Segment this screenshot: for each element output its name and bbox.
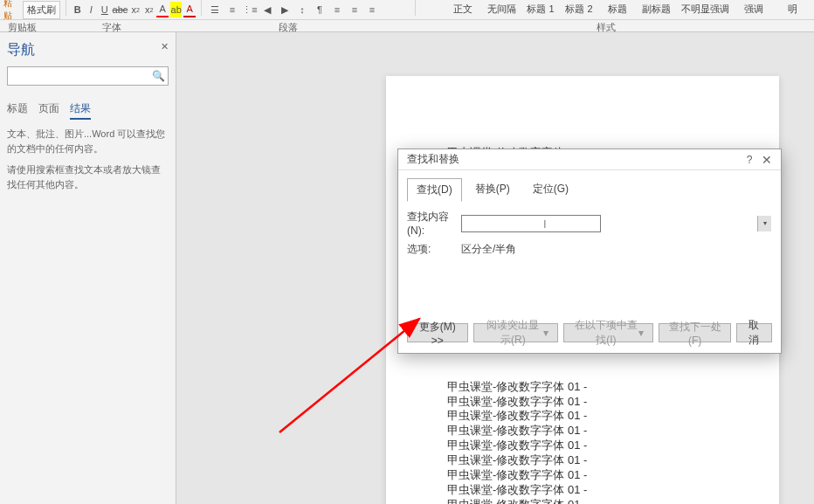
font-label: 字体: [44, 20, 179, 31]
navigation-pane: 导航 ✕ 🔍 标题 页面 结果 文本、批注、图片...Word 可以查找您的文档…: [0, 32, 176, 504]
number-list-icon[interactable]: ≡: [224, 2, 240, 17]
increase-indent-icon[interactable]: ▶: [277, 2, 293, 17]
style-more[interactable]: 明: [774, 0, 811, 17]
style-heading1[interactable]: 标题 1: [522, 0, 559, 17]
search-icon[interactable]: 🔍: [152, 70, 165, 82]
doc-line: 甲虫课堂-修改数字字体 01 -: [447, 438, 718, 453]
style-nospacing[interactable]: 无间隔: [483, 0, 521, 17]
nav-title: 导航: [7, 41, 169, 59]
ribbon-toolbar: 粘贴 格式刷 B I U abc x2 x2 A ab A ☰ ≡ ⋮≡ ◀ ▶…: [0, 0, 814, 20]
style-subtitle[interactable]: 副标题: [638, 0, 675, 17]
reading-highlight-button[interactable]: 阅读突出显示(R) ▾: [473, 323, 559, 342]
styles-gallery: 正文 无间隔 标题 1 标题 2 标题 副标题 不明显强调 强调 明: [445, 0, 814, 19]
doc-line: 甲虫课堂-修改数字字体 01 -: [447, 498, 718, 504]
dialog-help-icon[interactable]: ?: [741, 154, 758, 166]
multilevel-list-icon[interactable]: ⋮≡: [242, 2, 258, 17]
more-button[interactable]: 更多(M) >>: [407, 323, 468, 342]
align-center-icon[interactable]: ≡: [347, 2, 362, 17]
options-label: 选项:: [407, 242, 461, 257]
find-content-label: 查找内容(N):: [407, 210, 461, 237]
style-heading2[interactable]: 标题 2: [561, 0, 597, 17]
doc-line: 甲虫课堂-修改数字字体 01 -: [447, 380, 718, 395]
doc-line: 甲虫课堂-修改数字字体 01 -: [447, 468, 718, 483]
doc-line: 甲虫课堂-修改数字字体 01 -: [447, 453, 718, 468]
font-section: B I U abc x2 x2 A ab A: [68, 0, 199, 19]
align-left-icon[interactable]: ≡: [329, 2, 345, 17]
dialog-tab-replace[interactable]: 替换(P): [466, 177, 520, 201]
dialog-tab-goto[interactable]: 定位(G): [523, 177, 578, 201]
bold-icon[interactable]: B: [72, 2, 84, 17]
doc-line: 甲虫课堂-修改数字字体 01 -: [447, 395, 718, 410]
clipboard-section: 粘贴 格式刷: [0, 0, 64, 19]
doc-line: 甲虫课堂-修改数字字体 01 -: [447, 409, 718, 424]
find-content-input[interactable]: [461, 215, 601, 232]
styles-label: 样式: [397, 20, 814, 31]
paragraph-section: ☰ ≡ ⋮≡ ◀ ▶ ↕ ¶ ≡ ≡ ≡: [204, 0, 413, 19]
dialog-title: 查找和替换: [407, 152, 741, 167]
underline-icon[interactable]: U: [99, 2, 111, 17]
subscript-icon[interactable]: x2: [129, 2, 141, 17]
doc-line: 甲虫课堂-修改数字字体 01 -: [447, 424, 718, 438]
decrease-indent-icon[interactable]: ◀: [259, 2, 275, 17]
dialog-tabs: 查找(D) 替换(P) 定位(G): [407, 177, 772, 201]
italic-icon[interactable]: I: [86, 2, 98, 17]
find-next-button[interactable]: 查找下一处(F): [659, 323, 730, 342]
find-in-button[interactable]: 在以下项中查找(I) ▾: [563, 323, 653, 342]
style-normal[interactable]: 正文: [445, 0, 481, 17]
style-emphasis[interactable]: 强调: [735, 0, 772, 17]
nav-help-text-2: 请使用搜索框查找文本或者放大镜查找任何其他内容。: [7, 162, 169, 191]
nav-close-icon[interactable]: ✕: [161, 41, 169, 52]
align-right-icon[interactable]: ≡: [364, 2, 380, 17]
paragraph-mark-icon[interactable]: ¶: [312, 2, 328, 17]
font-color2-icon[interactable]: A: [183, 2, 196, 17]
find-replace-dialog: 查找和替换 ? ✕ 查找(D) 替换(P) 定位(G) 查找内容(N): I ▾…: [397, 148, 782, 354]
cancel-button[interactable]: 取消: [736, 323, 772, 342]
dialog-titlebar[interactable]: 查找和替换 ? ✕: [398, 149, 781, 170]
paragraph-label: 段落: [179, 20, 397, 31]
dialog-tab-find[interactable]: 查找(D): [407, 178, 462, 202]
sort-icon[interactable]: ↕: [294, 2, 310, 17]
nav-tab-headings[interactable]: 标题: [7, 101, 28, 120]
nav-help-text-1: 文本、批注、图片...Word 可以查找您的文档中的任何内容。: [7, 127, 169, 155]
strikethrough-icon[interactable]: abc: [113, 2, 128, 17]
nav-tab-pages[interactable]: 页面: [38, 101, 59, 120]
nav-search-input[interactable]: [7, 66, 169, 86]
style-title[interactable]: 标题: [599, 0, 636, 17]
superscript-icon[interactable]: x2: [143, 2, 155, 17]
style-subtle-emphasis[interactable]: 不明显强调: [677, 0, 734, 17]
nav-tabs: 标题 页面 结果: [7, 101, 169, 120]
find-dropdown-icon[interactable]: ▾: [757, 216, 771, 231]
format-brush-button[interactable]: 格式刷: [23, 1, 60, 19]
font-color-icon[interactable]: A: [156, 2, 169, 17]
ribbon-section-labels: 剪贴板 字体 段落 样式: [0, 20, 814, 32]
highlight-icon[interactable]: ab: [170, 2, 183, 17]
paste-icon[interactable]: 粘贴: [3, 2, 19, 17]
doc-line: 甲虫课堂-修改数字字体 01 -: [447, 483, 718, 498]
dialog-close-icon[interactable]: ✕: [758, 153, 776, 167]
clipboard-label: 剪贴板: [0, 20, 44, 31]
nav-tab-results[interactable]: 结果: [70, 101, 91, 120]
bullet-list-icon[interactable]: ☰: [207, 2, 223, 17]
options-value: 区分全/半角: [461, 242, 516, 257]
